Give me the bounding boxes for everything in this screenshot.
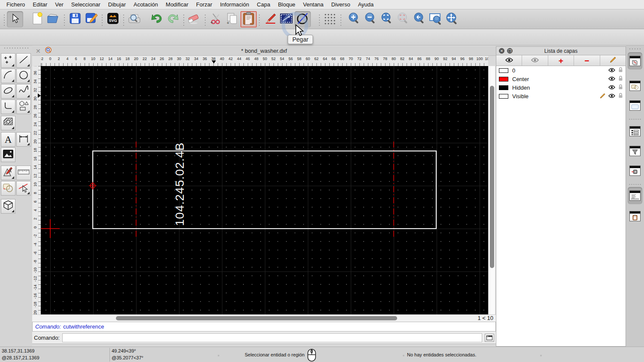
close-panel-icon[interactable]: ✕: [499, 48, 504, 54]
zoom-in-button[interactable]: [346, 11, 362, 27]
layer-lock-icon[interactable]: [618, 84, 623, 91]
vertical-scrollbar[interactable]: [488, 66, 495, 314]
export-svg-button[interactable]: SVG: [105, 11, 121, 27]
dock-command-widget-button[interactable]: [628, 187, 642, 204]
dock-entity-list-button[interactable]: [628, 123, 642, 140]
layer-row[interactable]: Center: [496, 75, 626, 83]
menu-diverso[interactable]: Diverso: [331, 1, 350, 8]
menu-seleccionar[interactable]: Seleccionar: [71, 1, 100, 8]
layer-lock-icon[interactable]: [618, 75, 623, 82]
dock-library-browser-button[interactable]: [628, 97, 642, 114]
zoom-pan-button[interactable]: [444, 11, 460, 27]
part-number-label[interactable]: 104.245.02.4B: [173, 142, 186, 226]
layer-row-current[interactable]: Visible: [496, 92, 626, 100]
menu-ventana[interactable]: Ventana: [303, 1, 324, 8]
dock-selection-filter-button[interactable]: [628, 142, 642, 160]
pen-attributes-button[interactable]: [262, 11, 278, 27]
undock-panel-icon[interactable]: ❐: [507, 48, 513, 54]
menu-forzar[interactable]: Forzar: [196, 1, 213, 8]
h-ruler-marker: [212, 60, 216, 63]
washer-outline-rect[interactable]: [93, 151, 436, 229]
command-input[interactable]: [62, 333, 482, 342]
menu-acotacion[interactable]: Acotación: [134, 1, 158, 8]
left-button-hint: Seleccionar entidad o región: [245, 352, 304, 357]
layer-lock-icon[interactable]: [618, 67, 623, 74]
layer-visibility-icon[interactable]: [608, 67, 615, 74]
save-as-button[interactable]: [83, 11, 100, 27]
layer-row[interactable]: 0: [496, 66, 626, 75]
hatch-tool-button[interactable]: [1, 116, 15, 130]
dock-layer-list-button[interactable]: [628, 52, 642, 69]
horizontal-scrollbar-thumb[interactable]: [116, 316, 397, 320]
horizontal-scrollbar[interactable]: 1 < 10: [32, 314, 496, 322]
solid-tools-button[interactable]: [1, 199, 15, 214]
delete-button[interactable]: [186, 11, 203, 27]
image-tool-button[interactable]: [1, 148, 15, 162]
menu-editar[interactable]: Editar: [33, 1, 47, 8]
layer-visibility-icon[interactable]: [608, 84, 615, 91]
zoom-window-button[interactable]: [428, 11, 444, 27]
layer-visibility-icon[interactable]: [608, 93, 615, 100]
print-preview-button[interactable]: [126, 11, 143, 27]
drawing-canvas[interactable]: 104.245.02.4B: [41, 66, 488, 314]
open-file-button[interactable]: [46, 11, 62, 27]
modify-tools-button[interactable]: [1, 166, 15, 180]
select-entities-button[interactable]: [16, 181, 31, 196]
menu-dibujar[interactable]: Dibujar: [108, 1, 126, 8]
cut-button[interactable]: +: [208, 11, 224, 27]
grid-toggle-button[interactable]: [322, 11, 338, 27]
menu-ver[interactable]: Ver: [55, 1, 64, 8]
paste-button[interactable]: [240, 11, 257, 27]
zoom-redraw-button[interactable]: [395, 11, 411, 27]
menu-informacion[interactable]: Información: [220, 1, 249, 8]
layer-lock-icon[interactable]: [618, 93, 623, 100]
menu-capa[interactable]: Capa: [257, 1, 270, 8]
redo-button[interactable]: [165, 11, 181, 27]
new-document-button[interactable]: [29, 11, 46, 27]
arc-tool-button[interactable]: [1, 69, 15, 83]
menu-bloque[interactable]: Bloque: [278, 1, 295, 8]
select-tool-button[interactable]: [7, 11, 23, 27]
vertical-scrollbar-thumb[interactable]: [490, 86, 494, 268]
polyline-tool-button[interactable]: [1, 100, 15, 114]
zoom-out-button[interactable]: [362, 11, 379, 27]
menu-fichero[interactable]: Fichero: [6, 1, 25, 8]
layer-visibility-icon[interactable]: [608, 76, 615, 82]
dock-plugin-button[interactable]: [628, 162, 642, 179]
toolbar-handle[interactable]: [3, 13, 6, 26]
copy-button[interactable]: +: [224, 11, 240, 27]
dock-handle[interactable]: [629, 48, 641, 51]
block-tools-button[interactable]: [1, 181, 15, 196]
dock-clipboard-button[interactable]: [628, 208, 642, 225]
zoom-previous-button[interactable]: [411, 11, 428, 27]
add-layer-button[interactable]: +: [548, 55, 574, 66]
dock-block-list-button[interactable]: [628, 77, 642, 94]
remove-layer-button[interactable]: −: [574, 55, 600, 66]
command-options-button[interactable]: [485, 334, 494, 342]
toolbar-separator: [258, 13, 261, 26]
palette-handle[interactable]: [3, 47, 29, 51]
circle-tool-button[interactable]: [16, 69, 31, 83]
close-document-icon[interactable]: ✕: [36, 48, 41, 54]
line-tool-button[interactable]: [16, 53, 31, 68]
polygon-tool-button[interactable]: [16, 100, 31, 114]
open-folder-icon: [47, 12, 61, 26]
undo-button[interactable]: [149, 11, 165, 27]
zoom-auto-button[interactable]: [379, 11, 395, 27]
measure-tools-button[interactable]: [16, 166, 31, 180]
menu-ayuda[interactable]: Ayuda: [358, 1, 374, 8]
show-all-layers-button[interactable]: [496, 55, 522, 66]
dimension-tool-button[interactable]: [16, 132, 31, 147]
layer-color-swatch: [499, 85, 508, 90]
layer-row[interactable]: Hidden: [496, 83, 626, 92]
text-tool-button[interactable]: A: [1, 132, 15, 147]
save-button[interactable]: [67, 11, 83, 27]
hide-all-layers-button[interactable]: [522, 55, 548, 66]
points-tool-button[interactable]: [1, 53, 15, 68]
edit-layer-button[interactable]: [600, 55, 626, 66]
ellipse-tool-button[interactable]: [1, 84, 15, 99]
menu-modificar[interactable]: Modificar: [166, 1, 188, 8]
spline-tool-button[interactable]: [16, 84, 31, 99]
command-history-value: cutwithreference: [63, 323, 104, 330]
draw-order-button[interactable]: [278, 11, 295, 27]
